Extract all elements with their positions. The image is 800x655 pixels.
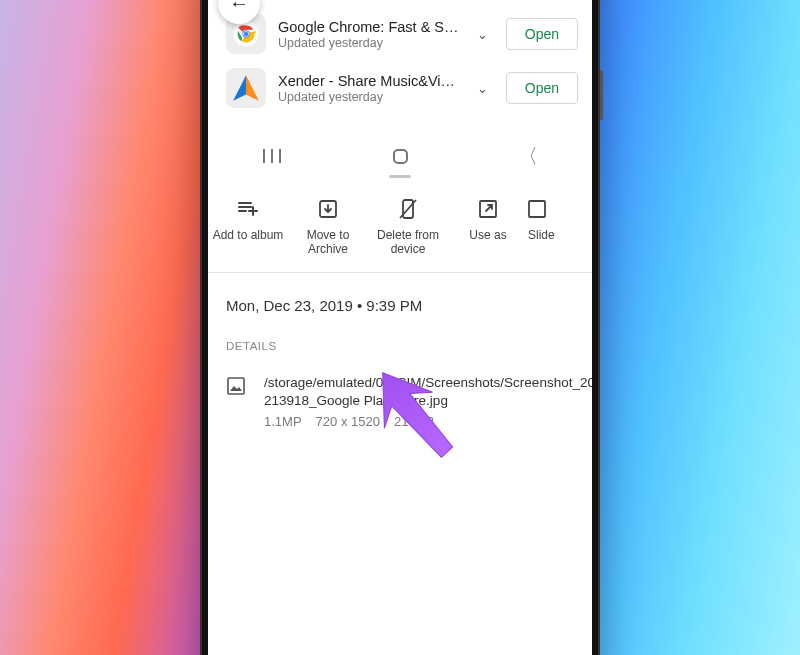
action-label: Slide bbox=[528, 228, 555, 242]
app-title: Google Chrome: Fast & Secure bbox=[278, 19, 459, 35]
open-external-icon bbox=[477, 198, 499, 220]
action-label: Delete from device bbox=[368, 228, 448, 256]
app-title: Xender - Share Music&Video, Transfer bbox=[278, 73, 459, 89]
app-row[interactable]: Updated yesterday ⌄ Open bbox=[208, 0, 592, 10]
app-subtitle: Updated yesterday bbox=[278, 90, 459, 104]
action-label: Move to Archive bbox=[288, 228, 368, 256]
photo-timestamp: Mon, Dec 23, 2019 • 9:39 PM bbox=[226, 297, 574, 314]
svg-point-6 bbox=[244, 32, 248, 36]
play-store-app-list: Updated yesterday ⌄ Open Google Chrome: … bbox=[208, 0, 592, 118]
screen: 10:23 ⋯ 32% ← Upda bbox=[208, 0, 592, 655]
photo-file-path: /storage/emulated/0/DCIM/Screenshots/Scr… bbox=[264, 374, 592, 410]
open-button[interactable]: Open bbox=[506, 18, 578, 50]
chevron-down-icon[interactable]: ⌄ bbox=[471, 27, 494, 42]
photo-actions-sheet: Add to album Move to Archive Delete from… bbox=[208, 180, 592, 439]
chevron-down-icon[interactable]: ⌄ bbox=[471, 81, 494, 96]
app-row[interactable]: Xender - Share Music&Video, Transfer Upd… bbox=[208, 64, 592, 118]
playlist-add-icon bbox=[237, 198, 259, 220]
arrow-left-icon: ← bbox=[229, 0, 249, 15]
photo-details: Mon, Dec 23, 2019 • 9:39 PM DETAILS /sto… bbox=[208, 273, 592, 439]
action-add-to-album[interactable]: Add to album bbox=[208, 198, 288, 242]
app-row[interactable]: Google Chrome: Fast & Secure Updated yes… bbox=[208, 10, 592, 64]
android-nav-bar: 〈 bbox=[208, 132, 592, 180]
action-label: Add to album bbox=[213, 228, 284, 242]
action-move-to-archive[interactable]: Move to Archive bbox=[288, 198, 368, 256]
app-icon bbox=[226, 68, 266, 108]
phone-side-button bbox=[600, 70, 603, 120]
nav-home-button[interactable] bbox=[387, 143, 413, 169]
photo-file-meta: 1.1MP720 x 1520214 kB bbox=[264, 414, 592, 429]
details-section-label: DETAILS bbox=[226, 340, 574, 352]
nav-back-button[interactable]: 〈 bbox=[515, 143, 541, 169]
action-use-as[interactable]: Use as bbox=[448, 198, 528, 242]
phone-frame: 10:23 ⋯ 32% ← Upda bbox=[200, 0, 600, 655]
action-row: Add to album Move to Archive Delete from… bbox=[208, 180, 592, 272]
app-subtitle: Updated yesterday bbox=[278, 36, 459, 50]
action-label: Use as bbox=[469, 228, 506, 242]
svg-rect-11 bbox=[529, 201, 545, 217]
action-delete-from-device[interactable]: Delete from device bbox=[368, 198, 448, 256]
delete-from-device-icon bbox=[397, 198, 419, 220]
image-file-icon bbox=[226, 376, 246, 400]
archive-icon bbox=[317, 198, 339, 220]
action-slideshow[interactable]: Slide bbox=[528, 198, 568, 242]
open-button[interactable]: Open bbox=[506, 72, 578, 104]
svg-rect-12 bbox=[228, 378, 244, 394]
slideshow-icon bbox=[528, 198, 550, 220]
nav-recents-button[interactable] bbox=[259, 143, 285, 169]
